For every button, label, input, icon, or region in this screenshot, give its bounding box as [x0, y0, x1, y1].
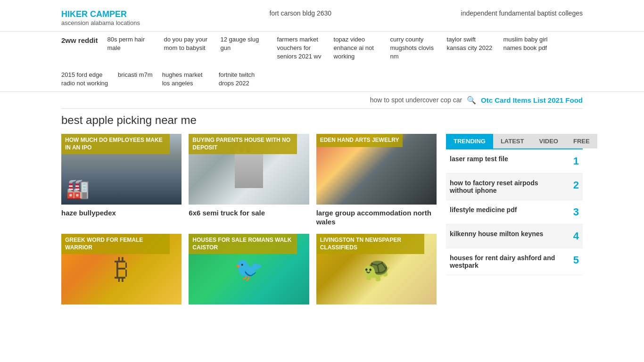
site-subtitle: ascension alabama locations: [61, 19, 140, 26]
robot-illustration: [235, 150, 263, 188]
search-icon[interactable]: 🔍: [467, 96, 476, 105]
trending-number-2: 3: [565, 206, 579, 218]
main-content: best apple picking near me HOW MUCH DO E…: [0, 109, 644, 313]
article-title-1: 6x6 semi truck for sale: [189, 208, 309, 218]
article-card-3[interactable]: ₿ GREEK WORD FOR FEMALE WARRIOR: [61, 234, 182, 308]
article-image-2: EDEN HAND ARTS JEWELRY: [316, 134, 437, 205]
trending-item-4[interactable]: houses for rent dairy ashford and westpa…: [446, 248, 583, 275]
sidebar: TRENDING LATEST VIDEO FREE laser ramp te…: [446, 134, 583, 308]
article-overlay-1: BUYING PARENTS HOUSE WITH NO DEPOSIT: [189, 134, 297, 154]
site-logo[interactable]: HIKER CAMPER: [61, 9, 140, 19]
article-overlay-0: HOW MUCH DO EMPLOYEES MAKE IN AN IPO: [61, 134, 170, 154]
content-area: HOW MUCH DO EMPLOYEES MAKE IN AN IPO haz…: [61, 134, 583, 308]
trending-item-2[interactable]: lifestyle medicine pdf 3: [446, 200, 583, 224]
trending-text-0: laser ramp test file: [450, 155, 560, 163]
site-branding: HIKER CAMPER ascension alabama locations: [61, 9, 140, 26]
nav-item-4[interactable]: farmers market vouchers for seniors 2021…: [277, 35, 324, 61]
nav-item-10[interactable]: bricasti m7m: [118, 71, 153, 79]
nav-item-0[interactable]: 2ww reddit: [61, 35, 98, 45]
trending-item-0[interactable]: laser ramp test file 1: [446, 149, 583, 173]
nav-item-11[interactable]: hughes market los angeles: [162, 71, 209, 88]
tab-video[interactable]: VIDEO: [531, 134, 565, 148]
tab-trending[interactable]: TRENDING: [446, 134, 493, 148]
nav-item-7[interactable]: taylor swift kansas city 2022: [447, 35, 494, 52]
trending-list: laser ramp test file 1 how to factory re…: [446, 148, 583, 275]
featured-search-link[interactable]: Otc Card Items List 2021 Food: [481, 96, 583, 104]
article-card-0[interactable]: HOW MUCH DO EMPLOYEES MAKE IN AN IPO haz…: [61, 134, 182, 227]
top-header: HIKER CAMPER ascension alabama locations…: [0, 0, 644, 31]
trending-number-3: 4: [565, 230, 579, 242]
nav-item-3[interactable]: 12 gauge slug gun: [221, 35, 268, 52]
article-title-2: large group accommodation north wales: [316, 208, 437, 227]
article-card-5[interactable]: 🐢 LIVINGSTON TN NEWSPAPER CLASSIFIEDS: [316, 234, 437, 308]
nav-item-2[interactable]: do you pay your mom to babysit: [164, 35, 211, 52]
articles-grid: HOW MUCH DO EMPLOYEES MAKE IN AN IPO haz…: [61, 134, 437, 308]
nav-item-8[interactable]: muslim baby girl names book pdf: [504, 35, 551, 52]
tab-latest[interactable]: LATEST: [493, 134, 532, 148]
trending-item-1[interactable]: how to factory reset airpods without iph…: [446, 173, 583, 200]
article-title-0: haze bullypedex: [61, 208, 182, 218]
article-overlay-4: HOUSES FOR SALE ROMANS WALK CAISTOR: [189, 234, 297, 254]
nav-item-5[interactable]: topaz video enhance ai not working: [334, 35, 381, 61]
article-image-4: 🐦 HOUSES FOR SALE ROMANS WALK CAISTOR: [189, 234, 309, 304]
page-title: best apple picking near me: [61, 114, 583, 127]
article-overlay-5: LIVINGSTON TN NEWSPAPER CLASSIFIEDS: [316, 234, 425, 254]
trending-text-1: how to factory reset airpods without iph…: [450, 179, 560, 194]
nav-item-6[interactable]: curry county mugshots clovis nm: [390, 35, 438, 61]
trending-number-0: 1: [565, 155, 579, 167]
header-right-link[interactable]: independent fundamental baptist colleges: [461, 9, 583, 17]
trending-text-4: houses for rent dairy ashford and westpa…: [450, 254, 560, 269]
article-card-1[interactable]: BUYING PARENTS HOUSE WITH NO DEPOSIT 6x6…: [189, 134, 309, 227]
trending-item-3[interactable]: kilkenny house milton keynes 4: [446, 224, 583, 248]
trending-text-2: lifestyle medicine pdf: [450, 206, 560, 214]
nav-links: 2ww reddit 80s perm hair male do you pay…: [0, 31, 644, 92]
nav-item-9[interactable]: 2015 ford edge radio not working: [61, 71, 108, 88]
articles-section: HOW MUCH DO EMPLOYEES MAKE IN AN IPO haz…: [61, 134, 437, 308]
header-center-link[interactable]: fort carson bldg 2630: [269, 9, 331, 17]
article-card-2[interactable]: EDEN HAND ARTS JEWELRY large group accom…: [316, 134, 437, 227]
article-image-0: HOW MUCH DO EMPLOYEES MAKE IN AN IPO: [61, 134, 182, 205]
article-image-3: ₿ GREEK WORD FOR FEMALE WARRIOR: [61, 234, 182, 304]
search-bar: how to spot undercover cop car 🔍 Otc Car…: [0, 92, 644, 108]
nav-item-1[interactable]: 80s perm hair male: [107, 35, 155, 52]
article-image-5: 🐢 LIVINGSTON TN NEWSPAPER CLASSIFIEDS: [316, 234, 437, 304]
article-image-1: BUYING PARENTS HOUSE WITH NO DEPOSIT: [189, 134, 309, 205]
tab-bar: TRENDING LATEST VIDEO FREE: [446, 134, 583, 148]
tab-free[interactable]: FREE: [566, 134, 597, 148]
trending-text-3: kilkenny house milton keynes: [450, 230, 560, 238]
article-overlay-2: EDEN HAND ARTS JEWELRY: [316, 134, 403, 147]
nav-item-12[interactable]: fortnite twitch drops 2022: [219, 71, 266, 88]
trending-number-4: 5: [565, 254, 579, 266]
search-query-text: how to spot undercover cop car: [370, 96, 462, 104]
article-overlay-3: GREEK WORD FOR FEMALE WARRIOR: [61, 234, 170, 254]
trending-number-1: 2: [565, 179, 579, 191]
article-card-4[interactable]: 🐦 HOUSES FOR SALE ROMANS WALK CAISTOR: [189, 234, 309, 308]
